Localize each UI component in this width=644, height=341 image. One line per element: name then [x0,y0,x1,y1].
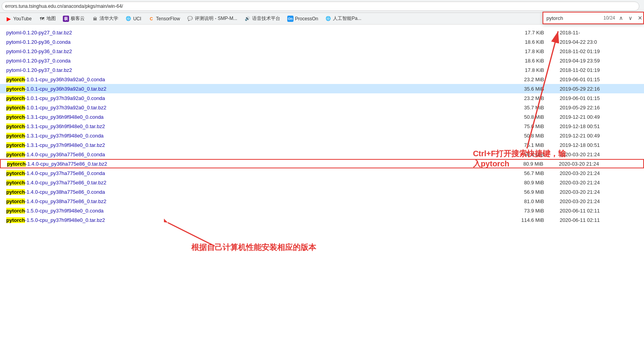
file-size: 114.6 MiB [513,217,560,223]
file-name-link[interactable]: pytorch-1.0.1-cpu_py37h39a92a0_0.conda [6,95,513,101]
find-count: 10/24 [603,15,615,21]
maps-icon: 🗺 [39,16,45,22]
file-row[interactable]: pytoml-0.1.20-py36_0.tar.bz217.8 KiB2018… [0,46,644,56]
file-row[interactable]: pytorch-1.0.1-cpu_py36h39a92a0_0.conda23… [0,75,644,84]
file-date: 2019-05-29 22:16 [560,86,638,92]
file-row[interactable]: pytoml-0.1.20-py36_0.conda18.6 KiB2019-0… [0,37,644,46]
find-close-button[interactable]: ✕ [636,14,644,22]
bookmark-uci[interactable]: 🌐 UCI [122,14,144,23]
review-icon: 💬 [187,16,193,22]
highlight-prefix: pytorch [6,208,25,214]
file-row[interactable]: pytorch-1.3.1-cpu_py36h9f948e0_0.tar.bz2… [0,121,644,131]
file-date: 2018-11-02 01:19 [560,67,638,73]
bookmark-jike[interactable]: 极 极客云 [60,14,88,23]
bookmark-processon[interactable]: On ProcessOn [284,14,321,23]
file-name-link[interactable]: pytorch-1.0.1-cpu_py37h39a92a0_0.tar.bz2 [6,105,513,111]
find-input[interactable] [546,15,601,21]
file-name-link[interactable]: pytorch-1.4.0-cpu_py36ha775e86_0.tar.bz2 [7,161,512,167]
file-name-link[interactable]: pytorch-1.3.1-cpu_py37h9f948e0_0.conda [6,133,513,139]
find-prev-button[interactable]: ∧ [617,14,624,22]
file-name-link[interactable]: pytorch-1.3.1-cpu_py37h9f948e0_0.tar.bz2 [6,142,513,148]
file-size: 17.7 KiB [513,30,560,36]
file-name-link[interactable]: pytorch-1.3.1-cpu_py36h9f948e0_0.tar.bz2 [6,123,513,129]
file-row[interactable]: pytoml-0.1.20-py37_0.tar.bz217.8 KiB2018… [0,65,644,75]
uci-icon: 🌐 [125,16,132,22]
bookmark-speech[interactable]: 🔊 语音技术平台 [241,14,283,23]
file-size: 23.2 MiB [513,77,560,82]
file-name-link[interactable]: pytorch-1.3.1-cpu_py36h9f948e0_0.conda [6,114,513,120]
file-date: 2020-06-11 02:11 [560,217,638,223]
file-name-link[interactable]: pytorch-1.5.0-cpu_py37h9f948e0_0.tar.bz2 [6,217,513,223]
content-area: pytoml-0.1.20-py27_0.tar.bz217.7 KiB2018… [0,25,644,228]
file-row[interactable]: pytorch-1.4.0-cpu_py37ha775e86_0.conda56… [0,168,644,178]
file-row[interactable]: pytorch-1.3.1-cpu_py37h9f948e0_0.tar.bz2… [0,140,644,150]
bookmark-ai-label: 人工智能Pa... [333,15,361,22]
bookmark-youtube-label: YouTube [13,16,32,21]
file-name-link[interactable]: pytorch-1.4.0-cpu_py38ha775e86_0.tar.bz2 [6,198,513,204]
file-row[interactable]: pytorch-1.4.0-cpu_py36ha775e86_0.tar.bz2… [0,159,644,168]
file-name-link[interactable]: pytorch-1.4.0-cpu_py37ha775e86_0.tar.bz2 [6,180,513,186]
address-bar[interactable]: errors.tuna.tsinghua.edu.cn/anaconda/pkg… [2,2,639,11]
highlight-prefix: pytorch [6,170,25,176]
bookmark-maps[interactable]: 🗺 地图 [36,14,59,23]
file-date: 2019-12-21 00:49 [560,114,638,120]
file-name-link[interactable]: pytoml-0.1.20-py37_0.conda [6,58,513,64]
file-size: 50.8 MiB [513,133,560,139]
file-date: 2019-12-18 00:51 [560,123,638,129]
file-row[interactable]: pytorch-1.4.0-cpu_py37ha775e86_0.tar.bz2… [0,178,644,187]
file-name-link[interactable]: pytorch-1.0.1-cpu_py36h39a92a0_0.conda [6,77,513,82]
file-name-link[interactable]: pytorch-1.5.0-cpu_py37h9f948e0_0.conda [6,208,513,214]
bookmark-youtube[interactable]: ▶ YouTube [2,14,35,23]
find-bar[interactable]: 10/24 ∧ ∨ ✕ [543,12,644,24]
file-size: 80.9 MiB [513,180,560,186]
file-name-link[interactable]: pytorch-1.4.0-cpu_py36ha775e86_0.conda [6,152,513,157]
bookmark-tensorflow[interactable]: C TensorFlow [145,14,183,23]
browser-top: errors.tuna.tsinghua.edu.cn/anaconda/pkg… [0,0,644,13]
bookmark-tsinghua-label: 清华大学 [100,15,118,22]
file-row[interactable]: pytorch-1.3.1-cpu_py37h9f948e0_0.conda50… [0,131,644,140]
file-name-link[interactable]: pytorch-1.4.0-cpu_py38ha775e86_0.conda [6,189,513,195]
bookmark-tsinghua[interactable]: 🏛 清华大学 [89,14,121,23]
bookmark-ai[interactable]: 🌐 人工智能Pa... [322,14,365,23]
file-size: 18.6 KiB [513,58,560,64]
file-date: 2020-03-20 21:24 [559,161,637,167]
file-name-link[interactable]: pytoml-0.1.20-py36_0.conda [6,39,513,45]
file-date: 2019-04-22 23:0 [560,39,638,45]
file-row[interactable]: pytorch-1.4.0-cpu_py36ha775e86_0.conda56… [0,150,644,159]
file-row[interactable]: pytorch-1.3.1-cpu_py36h9f948e0_0.conda50… [0,112,644,121]
file-row[interactable]: pytorch-1.4.0-cpu_py38ha775e86_0.conda56… [0,187,644,196]
highlight-prefix: pytorch [6,114,25,120]
file-size: 81.0 MiB [513,198,560,204]
file-row[interactable]: pytorch-1.4.0-cpu_py38ha775e86_0.tar.bz2… [0,196,644,206]
file-name-link[interactable]: pytorch-1.4.0-cpu_py37ha775e86_0.conda [6,170,513,176]
file-name-link[interactable]: pytoml-0.1.20-py37_0.tar.bz2 [6,67,513,73]
bookmark-maps-label: 地图 [46,15,56,22]
file-size: 56.7 MiB [513,170,560,176]
file-date: 2019-06-01 01:15 [560,95,638,101]
find-next-button[interactable]: ∨ [627,14,634,22]
bookmark-review[interactable]: 💬 评测说明 - SMP-M... [184,14,240,23]
file-size: 73.9 MiB [513,208,560,214]
file-row[interactable]: pytorch-1.5.0-cpu_py37h9f948e0_0.conda73… [0,206,644,215]
file-size: 50.8 MiB [513,114,560,120]
highlight-prefix: pytorch [6,95,25,101]
file-size: 18.6 KiB [513,39,560,45]
file-row[interactable]: pytorch-1.0.1-cpu_py36h39a92a0_0.tar.bz2… [0,84,644,93]
bookmark-jike-label: 极客云 [71,15,85,22]
file-date: 2020-03-20 21:24 [560,152,638,157]
file-date: 2020-03-20 21:24 [560,198,638,204]
file-name-link[interactable]: pytoml-0.1.20-py27_0.tar.bz2 [6,30,513,36]
file-name-link[interactable]: pytoml-0.1.20-py36_0.tar.bz2 [6,48,513,54]
file-row[interactable]: pytoml-0.1.20-py27_0.tar.bz217.7 KiB2018… [0,28,644,37]
highlight-prefix: pytorch [6,198,25,204]
file-row[interactable]: pytorch-1.0.1-cpu_py37h39a92a0_0.tar.bz2… [0,103,644,112]
highlight-prefix: pytorch [6,133,25,139]
file-date: 2019-04-19 23:59 [560,58,638,64]
file-row[interactable]: pytorch-1.5.0-cpu_py37h9f948e0_0.tar.bz2… [0,215,644,225]
bookmark-uci-label: UCI [133,16,141,21]
file-row[interactable]: pytorch-1.0.1-cpu_py37h39a92a0_0.conda23… [0,93,644,103]
file-name-link[interactable]: pytorch-1.0.1-cpu_py36h39a92a0_0.tar.bz2 [6,86,513,92]
file-size: 17.8 KiB [513,67,560,73]
tsinghua-icon: 🏛 [92,16,98,22]
file-row[interactable]: pytoml-0.1.20-py37_0.conda18.6 KiB2019-0… [0,56,644,65]
